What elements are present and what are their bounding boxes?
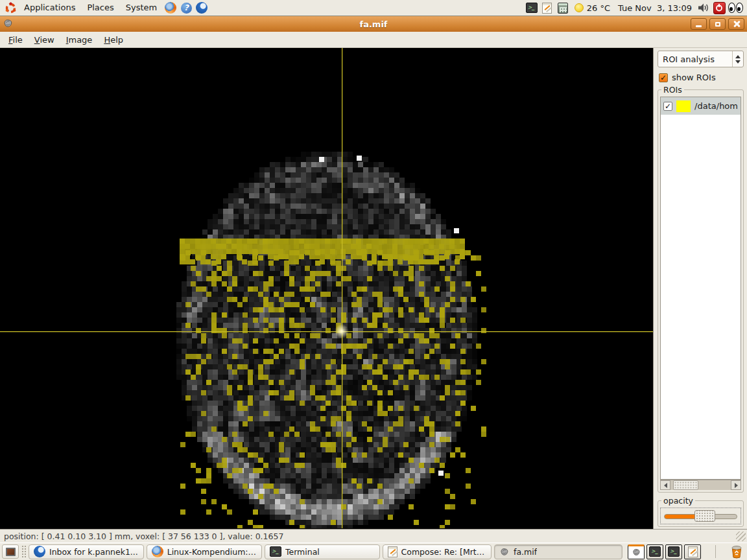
ubuntu-logo-icon[interactable] xyxy=(3,1,18,15)
thunderbird-launcher-icon[interactable] xyxy=(195,1,209,15)
notes-tray-icon[interactable] xyxy=(540,1,554,15)
roi-color-swatch xyxy=(676,100,691,112)
mini-terminal2-icon[interactable] xyxy=(665,544,682,559)
sun-icon xyxy=(575,3,584,12)
app-menubar: File View Image Help xyxy=(0,32,747,48)
temperature-label: 26 °C xyxy=(587,3,610,13)
scroll-right-icon[interactable] xyxy=(731,480,741,490)
show-desktop-button[interactable] xyxy=(2,544,19,559)
viewer-canvas[interactable] xyxy=(0,48,653,528)
weather-applet[interactable]: 26 °C xyxy=(571,3,614,13)
roi-path-label: /data/hom xyxy=(694,101,738,111)
terminal-icon xyxy=(270,546,281,557)
menu-file[interactable]: File xyxy=(3,33,29,47)
tool-selector-combobox[interactable]: ROI analysis xyxy=(658,51,744,67)
rois-group: ROIs /data/hom xyxy=(658,85,744,493)
scrollbar-thumb[interactable] xyxy=(673,480,698,490)
menu-places[interactable]: Places xyxy=(81,0,119,16)
mrview-window: fa.mif File View Image Help ROI analysis… xyxy=(0,16,747,542)
bottom-taskbar: Inbox for k.pannek1... Linux-Kompendium:… xyxy=(0,542,747,560)
tasklist-handle[interactable] xyxy=(21,545,26,558)
scrollbar-track[interactable] xyxy=(670,480,731,490)
scroll-left-icon[interactable] xyxy=(660,480,670,490)
opacity-label: opacity xyxy=(661,496,695,506)
roi-list-item[interactable]: /data/hom xyxy=(661,97,741,115)
mini-terminal-icon[interactable] xyxy=(646,544,663,559)
mini-brain-icon[interactable] xyxy=(628,544,645,559)
thunderbird-icon xyxy=(34,546,45,557)
power-button-icon[interactable] xyxy=(712,1,726,15)
window-selector-applet xyxy=(628,544,701,559)
maximize-button[interactable] xyxy=(709,18,726,30)
menu-system[interactable]: System xyxy=(120,0,163,16)
menu-view[interactable]: View xyxy=(29,33,60,47)
position-readout: position: [ 0.41 0.10 3.10 ] mm, voxel: … xyxy=(4,531,283,541)
window-brain-icon xyxy=(3,18,14,30)
top-panel: Applications Places System 26 °C Tue Nov… xyxy=(0,0,747,16)
resize-grip[interactable] xyxy=(736,531,746,541)
firefox-launcher-icon[interactable] xyxy=(163,1,178,15)
tool-selector-value: ROI analysis xyxy=(658,54,732,64)
task-button-terminal[interactable]: Terminal xyxy=(265,544,380,559)
firefox-icon xyxy=(152,546,163,557)
volume-icon[interactable] xyxy=(696,1,711,15)
window-title: fa.mif xyxy=(0,19,747,29)
task-button-firefox[interactable]: Linux-Kompendium: ... xyxy=(147,544,262,559)
roi-list-hscrollbar[interactable] xyxy=(660,480,741,490)
task-button-famif[interactable]: fa.mif xyxy=(494,544,622,559)
task-button-inbox[interactable]: Inbox for k.pannek1... xyxy=(29,544,144,559)
help-launcher-icon[interactable] xyxy=(179,1,193,15)
rois-group-label: ROIs xyxy=(661,85,684,95)
taskbar-separator xyxy=(715,545,716,558)
combobox-spinner-icon[interactable] xyxy=(732,51,743,67)
roi-list[interactable]: /data/hom xyxy=(660,97,741,480)
xeyes-applet-icon xyxy=(727,3,744,13)
compose-icon xyxy=(388,546,397,557)
close-button[interactable] xyxy=(728,18,744,30)
menu-help[interactable]: Help xyxy=(98,33,129,47)
show-rois-label: show ROIs xyxy=(672,73,716,82)
brain-icon xyxy=(499,547,510,557)
opacity-slider-thumb[interactable] xyxy=(694,510,715,522)
menu-image[interactable]: Image xyxy=(60,33,99,47)
mini-notes-icon[interactable] xyxy=(684,544,701,559)
show-rois-row: show ROIs xyxy=(659,73,744,82)
opacity-group: opacity xyxy=(658,496,744,527)
viewer-area xyxy=(0,48,653,529)
clock-applet[interactable]: Tue Nov 3, 13:09 xyxy=(614,3,696,13)
opacity-slider[interactable] xyxy=(660,508,741,524)
roi-sidebar: ROI analysis show ROIs ROIs /data/hom xyxy=(653,48,747,529)
task-button-compose[interactable]: Compose: Re: [Mrtri... xyxy=(383,544,492,559)
menu-applications[interactable]: Applications xyxy=(18,0,81,16)
terminal-tray-icon[interactable] xyxy=(525,1,539,15)
statusbar: position: [ 0.41 0.10 3.10 ] mm, voxel: … xyxy=(0,529,747,542)
minimize-button[interactable] xyxy=(691,18,707,30)
roi-visible-checkbox[interactable] xyxy=(663,102,672,111)
window-titlebar[interactable]: fa.mif xyxy=(0,16,747,32)
calculator-tray-icon[interactable] xyxy=(556,1,570,15)
show-rois-checkbox[interactable] xyxy=(659,73,668,82)
trash-applet-icon[interactable] xyxy=(728,544,745,559)
